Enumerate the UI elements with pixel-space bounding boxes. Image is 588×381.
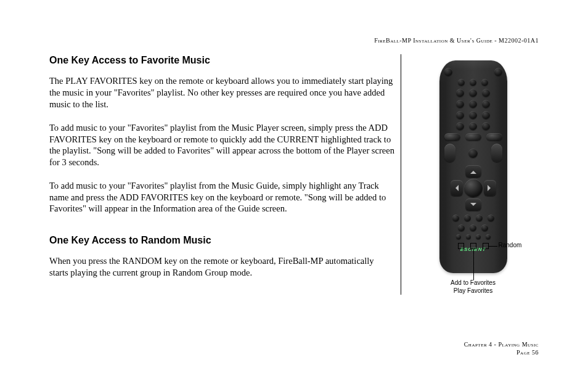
remote-button — [486, 234, 491, 239]
figure-column: ESCIENT Random Add to Favorites Play Fav… — [407, 54, 539, 295]
dpad-down-icon — [465, 199, 481, 211]
vertical-divider — [401, 54, 401, 295]
leader-line-icon — [473, 249, 474, 280]
paragraph: To add music to your "Favorites" playlis… — [49, 180, 394, 215]
paragraph: When you press the RANDOM key on the rem… — [49, 255, 394, 278]
callout-box-random-icon — [483, 243, 489, 249]
remote-button — [458, 79, 465, 86]
footer-page-number: Page 56 — [464, 348, 539, 356]
caption-line: Add to Favorites — [451, 279, 496, 287]
dpad-right-icon — [484, 180, 496, 196]
text-column: One Key Access to Favorite Music The PLA… — [49, 54, 394, 291]
remote-button — [444, 68, 452, 76]
page-footer: Chapter 4 - Playing Music Page 56 — [464, 340, 539, 356]
remote-button — [482, 111, 490, 119]
dpad-ok-button — [464, 179, 483, 197]
remote-button — [466, 234, 471, 239]
remote-button — [470, 224, 476, 231]
remote-button — [476, 215, 483, 221]
remote-button — [444, 144, 455, 162]
remote-control-illustration: ESCIENT Random — [439, 60, 507, 273]
heading-favorite-music: One Key Access to Favorite Music — [49, 54, 394, 67]
remote-button — [456, 111, 464, 119]
callout-box-favorites-icon — [458, 243, 464, 249]
dpad-up-icon — [465, 165, 481, 178]
remote-button — [469, 122, 477, 130]
paragraph: To add music to your "Favorites" playlis… — [49, 122, 394, 168]
remote-button — [469, 89, 477, 97]
remote-button — [494, 68, 502, 76]
footer-chapter: Chapter 4 - Playing Music — [464, 340, 539, 348]
remote-button — [476, 234, 481, 239]
remote-button — [482, 100, 490, 108]
remote-button — [486, 133, 502, 141]
content-row: One Key Access to Favorite Music The PLA… — [49, 54, 539, 295]
leader-line-icon — [489, 246, 497, 247]
heading-random-music: One Key Access to Random Music — [49, 234, 394, 247]
paragraph: The PLAY FAVORITES key on the remote or … — [49, 75, 394, 110]
page-root: FireBall-MP Installation & User's Guide … — [0, 0, 588, 381]
document-header: FireBall-MP Installation & User's Guide … — [374, 37, 539, 44]
remote-button — [469, 111, 477, 119]
remote-button — [456, 234, 461, 239]
remote-button — [458, 224, 465, 231]
remote-dpad — [451, 165, 496, 211]
caption-line: Play Favorites — [451, 287, 496, 295]
remote-button — [488, 215, 494, 221]
remote-button — [452, 215, 459, 221]
remote-button — [481, 224, 488, 231]
remote-button — [444, 133, 460, 141]
remote-button — [481, 79, 488, 86]
dpad-left-icon — [451, 180, 463, 196]
remote-button — [468, 149, 478, 158]
remote-button — [491, 144, 502, 162]
figure-caption: Add to Favorites Play Favorites — [451, 279, 496, 295]
remote-button — [482, 89, 490, 97]
remote-button — [456, 122, 464, 130]
callout-box-favorites-icon — [470, 243, 476, 249]
remote-button — [469, 100, 477, 108]
remote-button — [482, 122, 490, 130]
remote-button — [465, 133, 481, 141]
remote-button — [456, 89, 464, 97]
remote-button — [470, 79, 476, 86]
remote-figure: ESCIENT Random Add to Favorites Play Fav… — [421, 60, 526, 295]
callout-label-random: Random — [499, 242, 522, 248]
remote-button — [464, 215, 471, 221]
remote-button — [456, 100, 464, 108]
